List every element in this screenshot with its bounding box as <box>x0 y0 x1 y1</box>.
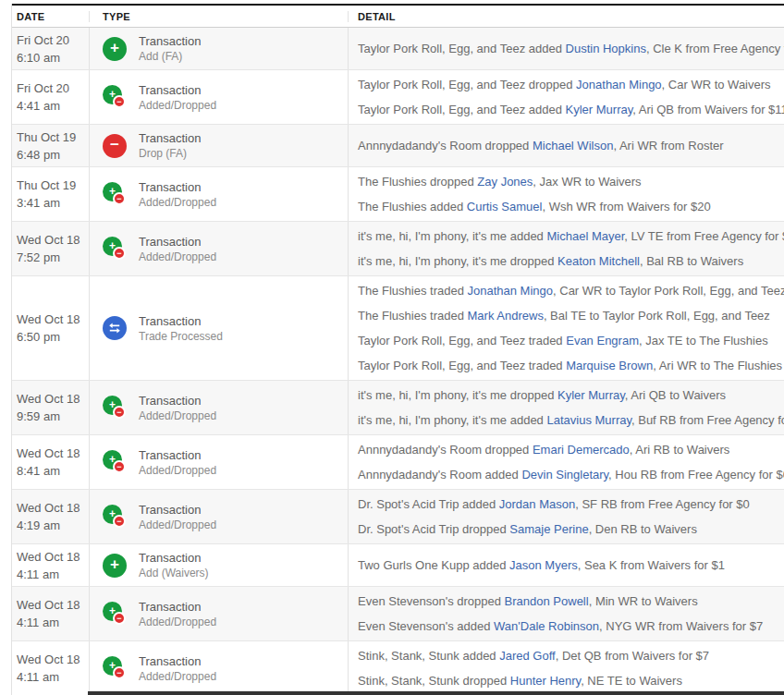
type-title: Transaction <box>139 130 201 146</box>
table-row: Wed Oct 186:50 pmTransactionTrade Proces… <box>12 276 784 381</box>
detail-text: it's me, hi, I'm phony, it's me dropped <box>358 254 557 268</box>
transactions-page: DATE TYPE DETAIL Fri Oct 206:10 am+Trans… <box>0 0 784 695</box>
added-dropped-icon: +− <box>103 656 127 680</box>
row-date-cell: Wed Oct 184:11 am <box>12 587 89 640</box>
row-detail-cell: Even Stevenson's dropped Brandon Powell,… <box>348 587 784 640</box>
detail-text: , SF RB from Free Agency for $0 <box>575 497 750 511</box>
add-icon: + <box>103 37 127 61</box>
detail-line: Even Stevenson's dropped Brandon Powell,… <box>358 589 784 614</box>
player-link[interactable]: Emari Demercado <box>533 443 630 457</box>
row-type-cell: +−TransactionAdded/Dropped <box>89 167 348 221</box>
player-link[interactable]: Kyler Murray <box>557 388 625 402</box>
type-title: Transaction <box>139 82 216 98</box>
player-link[interactable]: Jason Myers <box>509 558 578 572</box>
player-link[interactable]: Keaton Mitchell <box>557 254 640 268</box>
detail-line: Two Gurls One Kupp added Jason Myers, Se… <box>358 553 784 578</box>
detail-text: , LV TE from Free Agency for $0 <box>624 229 784 243</box>
detail-text: Annnydadandy's Room dropped <box>358 443 533 457</box>
detail-line: Stink, Stank, Stunk added Jared Goff, De… <box>358 643 784 668</box>
detail-text: , Ari QB from Waivers for $11 <box>632 103 784 116</box>
detail-text: , Ari RB to Waivers <box>630 443 730 457</box>
row-type-cell: +−TransactionAdded/Dropped <box>89 641 348 695</box>
detail-line: Taylor Pork Roll, Egg, and Teez added Du… <box>358 36 784 61</box>
date-day: Wed Oct 18 <box>17 651 89 668</box>
row-detail-cell: Dr. Spot's Acid Trip added Jordan Mason,… <box>348 490 784 543</box>
player-link[interactable]: Kyler Murray <box>566 103 633 116</box>
date-day: Wed Oct 18 <box>17 231 89 249</box>
date-time: 3:41 am <box>17 194 89 212</box>
table-body: Fri Oct 206:10 am+TransactionAdd (FA)Tay… <box>12 28 784 695</box>
row-type-cell: +TransactionAdd (FA) <box>89 28 348 69</box>
player-link[interactable]: Jonathan Mingo <box>576 78 662 91</box>
row-type-cell: +−TransactionAdded/Dropped <box>89 70 348 124</box>
detail-text: , Bal RB to Waivers <box>640 254 743 268</box>
type-title: Transaction <box>139 179 216 195</box>
player-link[interactable]: Brandon Powell <box>505 594 589 608</box>
player-link[interactable]: Marquise Brown <box>566 359 653 372</box>
player-link[interactable]: Latavius Murray <box>546 413 631 427</box>
detail-text: , Cle K from Free Agency for $0 <box>646 42 784 55</box>
type-title: Transaction <box>139 313 223 329</box>
table-row: Wed Oct 187:52 pm+−TransactionAdded/Drop… <box>12 222 784 276</box>
table-row: Fri Oct 204:41 am+−TransactionAdded/Drop… <box>12 70 784 125</box>
detail-text: , NE TE to Waivers <box>581 674 682 688</box>
row-type-cell: TransactionTrade Processed <box>89 276 348 380</box>
date-day: Wed Oct 18 <box>17 445 89 462</box>
trade-icon <box>103 316 127 340</box>
type-text: TransactionAdded/Dropped <box>139 82 216 113</box>
added-dropped-icon: +− <box>103 602 127 626</box>
type-title: Transaction <box>139 33 201 49</box>
detail-line: The Flushies traded Jonathan Mingo, Car … <box>358 278 784 303</box>
minus-badge-icon: − <box>113 515 126 528</box>
date-time: 4:11 am <box>17 566 89 583</box>
minus-badge-icon: − <box>113 406 126 419</box>
type-subtitle: Drop (FA) <box>139 146 201 161</box>
detail-text: , Bal TE to Taylor Pork Roll, Egg, and T… <box>544 309 770 323</box>
type-title: Transaction <box>139 447 216 463</box>
detail-text: Taylor Pork Roll, Egg, and Teez traded <box>358 359 566 372</box>
detail-text: The Flushies traded <box>358 284 468 298</box>
player-link[interactable]: Michael Mayer <box>546 229 624 243</box>
player-link[interactable]: Curtis Samuel <box>467 200 543 213</box>
player-link[interactable]: Devin Singletary <box>521 468 608 482</box>
type-text: TransactionAdded/Dropped <box>139 599 216 629</box>
type-subtitle: Added/Dropped <box>139 669 216 684</box>
row-date-cell: Wed Oct 189:59 am <box>12 381 89 434</box>
detail-text: , Buf RB from Free Agency for $0 <box>631 413 784 427</box>
player-link[interactable]: Jordan Mason <box>499 497 575 511</box>
type-subtitle: Added/Dropped <box>139 518 216 532</box>
detail-text: , Ari QB to Waivers <box>625 388 726 402</box>
added-dropped-icon: +− <box>103 237 127 261</box>
type-subtitle: Added/Dropped <box>139 408 216 423</box>
row-type-cell: +−TransactionAdded/Dropped <box>89 381 348 434</box>
player-link[interactable]: Evan Engram <box>566 334 639 348</box>
player-link[interactable]: Wan'Dale Robinson <box>494 619 599 633</box>
table-row: Thu Oct 193:41 am+−TransactionAdded/Drop… <box>12 167 784 222</box>
col-header-type: TYPE <box>89 11 348 22</box>
row-detail-cell: The Flushies dropped Zay Jones, Jax WR t… <box>348 167 784 221</box>
player-link[interactable]: Samaje Perine <box>509 522 588 536</box>
player-link[interactable]: Jonathan Mingo <box>468 284 554 298</box>
player-link[interactable]: Hunter Henry <box>510 674 581 688</box>
player-link[interactable]: Zay Jones <box>477 175 533 189</box>
player-link[interactable]: Mark Andrews <box>468 309 544 323</box>
type-title: Transaction <box>139 393 216 408</box>
player-link[interactable]: Michael Wilson <box>533 139 613 152</box>
type-text: TransactionAdded/Dropped <box>139 393 216 423</box>
row-date-cell: Wed Oct 184:19 am <box>12 490 89 543</box>
player-link[interactable]: Dustin Hopkins <box>566 42 646 55</box>
added-dropped-icon: +− <box>103 450 127 474</box>
type-text: TransactionAdd (Waivers) <box>139 550 209 580</box>
row-date-cell: Wed Oct 184:11 am <box>12 544 89 586</box>
added-dropped-icon: +− <box>103 505 127 529</box>
row-type-cell: −TransactionDrop (FA) <box>89 125 348 166</box>
added-dropped-icon: +− <box>103 396 127 420</box>
player-link[interactable]: Jared Goff <box>499 649 555 663</box>
type-title: Transaction <box>139 550 209 566</box>
detail-text: Annnydadandy's Room added <box>358 468 521 482</box>
type-title: Transaction <box>139 599 216 615</box>
detail-text: , Car WR to Taylor Pork Roll, Egg, and T… <box>553 284 784 298</box>
row-detail-cell: Annnydadandy's Room dropped Michael Wils… <box>348 125 784 166</box>
table-row: Fri Oct 206:10 am+TransactionAdd (FA)Tay… <box>12 28 784 70</box>
type-subtitle: Added/Dropped <box>139 463 216 478</box>
